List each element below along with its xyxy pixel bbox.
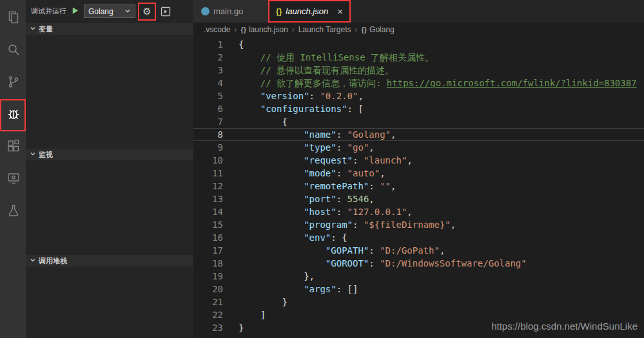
- code-line-17[interactable]: 17 "GOPATH": "D:/GoPath",: [193, 244, 644, 257]
- debug-bug-icon: [6, 106, 21, 124]
- json-symbol-icon: {}: [361, 26, 367, 33]
- code-line-20[interactable]: 20 "args": []: [193, 283, 644, 296]
- code-text: "configurations": [: [239, 102, 644, 115]
- code-text: "mode": "auto",: [239, 167, 644, 180]
- code-line-7[interactable]: 7 {: [193, 115, 644, 128]
- code-line-9[interactable]: 9 "type": "go",: [193, 141, 644, 154]
- code-line-11[interactable]: 11 "mode": "auto",: [193, 167, 644, 180]
- code-line-16[interactable]: 16 "env": {: [193, 231, 644, 244]
- editor-area: main.go {} launch.json × .vscode›{}launc…: [193, 0, 644, 338]
- breadcrumb-item[interactable]: .vscode: [204, 25, 230, 34]
- code-line-15[interactable]: 15 "program": "${fileDirname}",: [193, 218, 644, 231]
- section-watch[interactable]: 监视: [26, 149, 193, 160]
- debug-toolbar: 调试并运行 Golang ⚙: [26, 0, 193, 23]
- code-line-3[interactable]: 3 // 悬停以查看现有属性的描述。: [193, 64, 644, 77]
- line-number: 3: [193, 64, 223, 77]
- line-number: 6: [193, 102, 223, 115]
- code-text: // 欲了解更多信息，请访问: https://go.microsoft.com…: [239, 77, 644, 89]
- code-text: "args": []: [239, 283, 644, 296]
- line-number: 5: [193, 89, 223, 102]
- line-number: 10: [193, 154, 223, 167]
- activity-item-remote-explorer[interactable]: [0, 164, 26, 196]
- line-number: 1: [193, 38, 223, 51]
- code-line-22[interactable]: 22 ]: [193, 308, 644, 321]
- line-number: 18: [193, 257, 223, 270]
- breadcrumb: .vscode›{}launch.json›Launch Targets›{}G…: [193, 23, 644, 37]
- code-line-21[interactable]: 21 }: [193, 296, 644, 308]
- section-variables[interactable]: 变量: [26, 23, 193, 35]
- line-number: 2: [193, 51, 223, 64]
- activity-item-run-debug[interactable]: [0, 99, 26, 131]
- tab-bar: main.go {} launch.json ×: [193, 0, 644, 23]
- debug-sidebar: 调试并运行 Golang ⚙ 变量: [26, 0, 193, 338]
- code-text: // 悬停以查看现有属性的描述。: [239, 64, 644, 77]
- chevron-down-icon: [30, 257, 36, 265]
- tab-launch-json[interactable]: {} launch.json ×: [268, 0, 351, 23]
- json-file-icon: {}: [276, 7, 282, 16]
- tab-launch-json-label: launch.json: [286, 6, 328, 16]
- line-number: 8: [193, 128, 223, 141]
- code-text: "request": "launch",: [239, 154, 644, 167]
- code-line-13[interactable]: 13 "port": 5546,: [193, 192, 644, 205]
- line-number: 19: [193, 270, 223, 283]
- code-line-10[interactable]: 10 "request": "launch",: [193, 154, 644, 167]
- code-line-12[interactable]: 12 "remotePath": "",: [193, 180, 644, 192]
- code-text: "GOROOT": "D:/WindowsSoftware/Golang": [239, 257, 644, 270]
- debug-config-value: Golang: [88, 7, 113, 16]
- editor-code[interactable]: 1{2 // 使用 IntelliSense 了解相关属性。3 // 悬停以查看…: [193, 37, 644, 338]
- code-text: },: [239, 270, 644, 283]
- source-control-icon: [6, 75, 21, 91]
- extensions-icon: [6, 139, 21, 156]
- line-number: 15: [193, 218, 223, 231]
- line-number: 14: [193, 205, 223, 218]
- chevron-down-icon: [30, 151, 36, 158]
- breadcrumb-item[interactable]: {}Golang: [361, 25, 394, 34]
- activity-item-explorer[interactable]: [0, 3, 26, 35]
- code-line-19[interactable]: 19 },: [193, 270, 644, 283]
- activity-item-search[interactable]: [0, 35, 26, 67]
- code-line-6[interactable]: 6 "configurations": [: [193, 102, 644, 115]
- debug-console-icon[interactable]: [159, 5, 173, 19]
- breadcrumb-separator: ›: [292, 25, 295, 34]
- code-line-2[interactable]: 2 // 使用 IntelliSense 了解相关属性。: [193, 51, 644, 64]
- breadcrumb-item[interactable]: Launch Targets: [298, 25, 351, 34]
- line-number: 11: [193, 167, 223, 180]
- play-icon: [71, 6, 79, 17]
- code-text: "version": "0.2.0",: [239, 89, 644, 102]
- line-number: 13: [193, 192, 223, 205]
- code-text: // 使用 IntelliSense 了解相关属性。: [239, 51, 644, 64]
- flask-icon: [6, 203, 21, 220]
- line-number: 7: [193, 115, 223, 128]
- breadcrumb-separator: ›: [234, 25, 237, 34]
- monitor-icon: [6, 171, 21, 188]
- code-text: "port": 5546,: [239, 192, 644, 205]
- search-icon: [6, 42, 21, 59]
- vscode-window: 调试并运行 Golang ⚙ 变量: [0, 0, 644, 338]
- breadcrumb-item[interactable]: {}launch.json: [240, 25, 288, 34]
- debug-config-dropdown[interactable]: Golang: [84, 5, 135, 18]
- activity-item-testing[interactable]: [0, 196, 26, 228]
- code-line-1[interactable]: 1{: [193, 38, 644, 51]
- gear-icon[interactable]: ⚙: [140, 5, 154, 19]
- section-call-stack-label: 调用堆栈: [39, 256, 67, 266]
- activity-bar: [0, 0, 26, 338]
- activity-item-extensions[interactable]: [0, 131, 26, 164]
- start-debug-button[interactable]: [71, 6, 79, 17]
- code-text: "type": "go",: [239, 141, 644, 154]
- code-line-4[interactable]: 4 // 欲了解更多信息，请访问: https://go.microsoft.c…: [193, 77, 644, 89]
- line-number: 17: [193, 244, 223, 257]
- section-call-stack[interactable]: 调用堆栈: [26, 255, 193, 267]
- activity-item-source-control[interactable]: [0, 67, 26, 99]
- line-number: 22: [193, 308, 223, 321]
- line-number: 4: [193, 77, 223, 89]
- code-text: "host": "127.0.0.1",: [239, 205, 644, 218]
- code-line-8[interactable]: 8 "name": "Golang",: [193, 128, 644, 141]
- tab-main-go[interactable]: main.go: [193, 0, 268, 23]
- code-line-5[interactable]: 5 "version": "0.2.0",: [193, 89, 644, 102]
- code-line-14[interactable]: 14 "host": "127.0.0.1",: [193, 205, 644, 218]
- code-line-18[interactable]: 18 "GOROOT": "D:/WindowsSoftware/Golang": [193, 257, 644, 270]
- go-file-icon: [201, 7, 210, 15]
- line-number: 23: [193, 321, 223, 334]
- section-variables-label: 变量: [39, 24, 53, 34]
- close-icon[interactable]: ×: [337, 6, 343, 17]
